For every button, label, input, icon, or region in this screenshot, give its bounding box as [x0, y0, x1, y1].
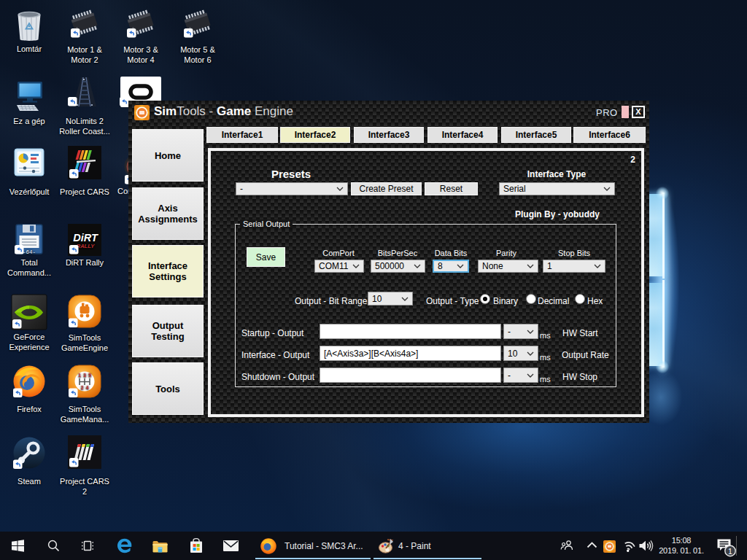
svg-text:3: 3 — [83, 373, 86, 378]
svg-text:-64-: -64- — [23, 249, 36, 255]
svg-text:1: 1 — [78, 373, 81, 378]
svg-text:2: 2 — [81, 385, 84, 390]
svg-text:1: 1 — [728, 547, 732, 556]
svg-text:DiRT: DiRT — [73, 232, 98, 244]
svg-text:4: 4 — [86, 385, 89, 390]
svg-text:RALLY: RALLY — [77, 243, 95, 249]
svg-text:5: 5 — [88, 373, 91, 378]
